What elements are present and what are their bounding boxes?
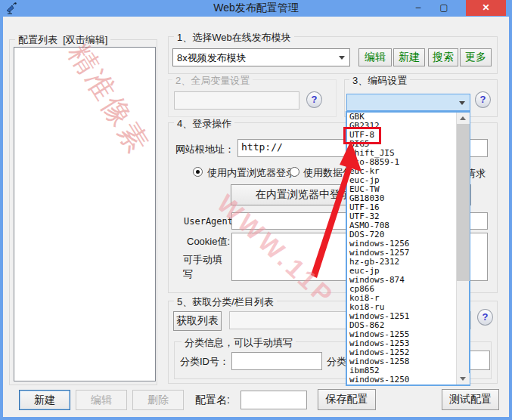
encoding-options: GBKGB2312UTF-8BIG5Shift_JISiso-8859-1euc… xyxy=(347,113,469,384)
title-bar: Web发布配置管理 – ▢ ✕ xyxy=(0,0,512,17)
useragent-label: UserAgent xyxy=(184,216,233,227)
encoding-group-title: 3、编码设置 xyxy=(349,74,410,88)
fetch-list-button[interactable]: 获取列表 xyxy=(173,311,222,331)
module-select[interactable]: 8x视频发布模块 xyxy=(172,48,350,66)
encoding-dropdown-list[interactable]: GBKGB2312UTF-8BIG5Shift_JISiso-8859-1euc… xyxy=(346,111,470,386)
footer-delete-button: 删除 xyxy=(132,390,184,410)
config-name-label: 配置名: xyxy=(195,394,230,407)
maximize-button[interactable]: ▢ xyxy=(433,0,455,16)
radio-builtin-browser-label[interactable]: 使用内置浏览器登录 xyxy=(207,166,296,180)
category-info-title: 分类信息，可以手动填写 xyxy=(182,336,296,350)
module-group-title: 1、选择Web在线发布模块 xyxy=(174,31,294,45)
encoding-help-icon[interactable]: ? xyxy=(475,91,491,108)
module-new-button[interactable]: 新建 xyxy=(393,48,425,66)
footer-edit-button: 编辑 xyxy=(76,390,127,410)
chevron-down-icon[interactable] xyxy=(339,56,345,60)
globals-group-title: 2、全局变量设置 xyxy=(172,74,253,88)
module-more-button[interactable]: 更多 xyxy=(460,48,492,66)
config-listbox[interactable] xyxy=(14,47,156,381)
category-help-icon[interactable]: ? xyxy=(477,309,493,326)
module-edit-button[interactable]: 编辑 xyxy=(358,48,392,66)
cookie-label: Cookie值: xyxy=(187,235,230,249)
footer-new-button[interactable]: 新建 xyxy=(19,390,70,410)
category-id-label: 分类ID号： xyxy=(180,355,229,369)
scroll-up-icon[interactable] xyxy=(457,113,470,124)
chevron-down-icon[interactable] xyxy=(459,101,465,105)
dropdown-scrollbar[interactable] xyxy=(456,113,469,384)
test-config-button[interactable]: 测试配置 xyxy=(442,389,499,410)
globals-help-icon[interactable]: ? xyxy=(306,91,322,108)
radio-data-packet[interactable] xyxy=(290,167,299,177)
scrollbar-thumb[interactable] xyxy=(457,124,470,281)
radio-builtin-browser[interactable] xyxy=(193,167,203,177)
app-window: Web发布配置管理 – ▢ ✕ 配置列表 [双击编辑] 1、选择Web在线发布模… xyxy=(0,0,512,420)
utf8-highlight-box xyxy=(343,127,381,144)
minimize-button[interactable]: – xyxy=(407,0,430,16)
save-config-button[interactable]: 保存配置 xyxy=(318,389,376,410)
close-button[interactable]: ✕ xyxy=(466,0,506,16)
module-search-button[interactable]: 搜索 xyxy=(428,48,458,66)
encoding-select[interactable] xyxy=(346,94,470,111)
category-id-input[interactable] xyxy=(231,352,322,370)
scroll-down-icon[interactable] xyxy=(457,373,470,384)
site-url-label: 网站根地址： xyxy=(175,143,234,156)
encoding-option[interactable]: windows-1250 xyxy=(347,375,469,384)
category-group-title: 5、获取分类/栏目列表 xyxy=(174,295,277,309)
globals-input xyxy=(174,91,299,110)
config-name-input[interactable] xyxy=(240,391,307,409)
module-select-value: 8x视频发布模块 xyxy=(177,51,247,65)
manual-fill-note: 可手动填写 xyxy=(183,252,231,281)
config-list-title: 配置列表 [双击编辑] xyxy=(15,33,110,47)
login-group-title: 4、登录操作 xyxy=(174,117,234,131)
